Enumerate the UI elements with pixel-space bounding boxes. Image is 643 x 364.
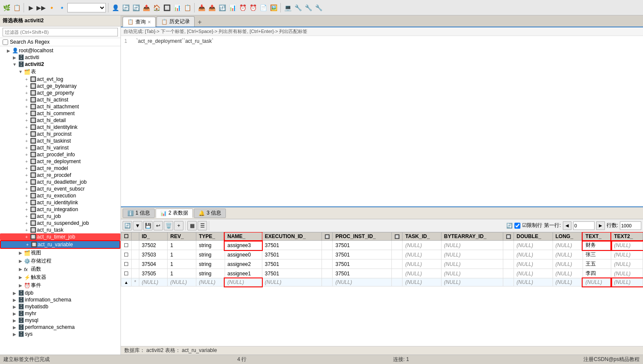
- td-proc-inst[interactable]: 37501: [333, 241, 392, 250]
- th-marker[interactable]: [132, 233, 139, 241]
- tree-item-act_ru_event_subscr[interactable]: + 🔲 act_ru_event_subscr: [0, 185, 120, 192]
- td-text2[interactable]: (NULL): [611, 250, 643, 260]
- expand-icon[interactable]: +: [24, 159, 29, 164]
- rtool-save[interactable]: 💾: [143, 221, 153, 230]
- td-double-new[interactable]: (NULL): [514, 278, 553, 286]
- expand-icon[interactable]: +: [24, 104, 29, 109]
- td-task-id[interactable]: (NULL): [403, 241, 441, 250]
- rtool-discard[interactable]: ↩: [153, 221, 163, 230]
- expand-procs[interactable]: ▶: [18, 259, 23, 263]
- expand-triggers[interactable]: ▶: [18, 275, 23, 280]
- th-task-id[interactable]: TASK_ID_: [403, 233, 441, 241]
- td-double[interactable]: (NULL): [514, 260, 553, 269]
- td-long[interactable]: (NULL): [553, 250, 583, 260]
- th-exec-flag[interactable]: 🔲: [322, 233, 333, 241]
- td-long-new[interactable]: (NULL): [553, 278, 583, 286]
- td-type[interactable]: string: [196, 260, 225, 269]
- td-exec-new[interactable]: (NULL): [262, 278, 322, 286]
- tree-item-act_ru_suspended_job[interactable]: + 🔲 act_ru_suspended_job: [0, 220, 120, 227]
- expand-icon[interactable]: +: [24, 173, 29, 178]
- tree-item-activiti2[interactable]: ▼ 🗄️ activiti2: [0, 61, 120, 68]
- expand-icon[interactable]: +: [24, 194, 29, 198]
- td-task-id[interactable]: (NULL): [403, 250, 441, 260]
- td-task-new[interactable]: (NULL): [403, 278, 441, 286]
- tree-item-info-schema[interactable]: ▶ 🗄️ information_schema: [0, 296, 120, 303]
- tree-item-tables[interactable]: ▼ 🗂️ 表: [0, 68, 120, 76]
- tree-item-act_ru_execution[interactable]: + 🔲 act_ru_execution: [0, 192, 120, 199]
- expand-activiti2[interactable]: ▼: [12, 62, 17, 67]
- td-proc-inst[interactable]: 37501: [333, 269, 392, 278]
- td-long[interactable]: (NULL): [553, 269, 583, 278]
- tool-icon-6[interactable]: 🔹: [57, 3, 66, 12]
- tree-item-act_ru_deadletter_job[interactable]: + 🔲 act_ru_deadletter_job: [0, 179, 120, 185]
- rows-input[interactable]: [620, 221, 641, 230]
- tree-item-act_ru_identitylink[interactable]: + 🔲 act_ru_identitylink: [0, 199, 120, 206]
- rtool-add[interactable]: +: [174, 221, 183, 230]
- td-task-id[interactable]: (NULL): [403, 260, 441, 269]
- expand-tables[interactable]: ▼: [18, 69, 23, 74]
- tool-home[interactable]: 🏠: [152, 3, 161, 12]
- tool-export[interactable]: 📤: [141, 3, 151, 12]
- td-proc-inst[interactable]: 37501: [333, 260, 392, 269]
- th-rev[interactable]: REV_: [168, 233, 196, 241]
- expand-icon[interactable]: ▶: [12, 291, 17, 295]
- rtool-grid1[interactable]: ▦: [187, 221, 197, 230]
- td-text[interactable]: 李四: [583, 269, 611, 278]
- td-exec-id[interactable]: 37501: [262, 250, 322, 260]
- td-name[interactable]: assignee3: [225, 241, 262, 250]
- expand-icon[interactable]: +: [24, 91, 29, 95]
- tab-query-close[interactable]: ✕: [147, 20, 151, 24]
- td-rev[interactable]: 1: [168, 269, 196, 278]
- td-byte-id[interactable]: (NULL): [441, 250, 503, 260]
- tool-sync2[interactable]: 🔃: [217, 3, 227, 12]
- expand-icon[interactable]: +: [24, 187, 29, 191]
- expand-icon[interactable]: ▶: [12, 311, 17, 316]
- tool-grid[interactable]: 🔲: [162, 3, 171, 12]
- filter-input[interactable]: [3, 28, 118, 36]
- td-text[interactable]: 王五: [583, 260, 611, 269]
- td-name[interactable]: assignee2: [225, 260, 262, 269]
- tree-item-act_procdef_info[interactable]: + 🔲 act_procdef_info: [0, 151, 120, 158]
- expand-icon[interactable]: +: [24, 98, 29, 102]
- td-long[interactable]: (NULL): [553, 241, 583, 250]
- rtool-dropdown[interactable]: ▼: [133, 221, 142, 230]
- th-type[interactable]: TYPE_: [196, 233, 225, 241]
- tool-settings1[interactable]: 🔧: [293, 3, 303, 12]
- rtool-grid2[interactable]: ☰: [198, 221, 207, 230]
- tab-add-button[interactable]: +: [195, 18, 204, 27]
- th-byte-flag[interactable]: 🔲: [503, 233, 514, 241]
- td-id-new[interactable]: (NULL): [139, 278, 168, 286]
- tree-item-act_hi_actinst[interactable]: + 🔲 act_hi_actinst: [0, 96, 120, 103]
- expand-icon[interactable]: +: [24, 84, 29, 89]
- td-id[interactable]: 37504: [139, 260, 168, 269]
- expand-root[interactable]: ▶: [6, 48, 11, 53]
- tool-import[interactable]: 📥: [197, 3, 206, 12]
- tool-clock2[interactable]: ⏰: [248, 3, 258, 12]
- td-double[interactable]: (NULL): [514, 250, 553, 260]
- tool-table1[interactable]: 📊: [172, 3, 182, 12]
- tree-item-funcs[interactable]: ▶ fx 函数: [0, 265, 120, 273]
- table-row-new[interactable]: ▲ * (NULL) (NULL) (NULL) (NULL) (NULL) (…: [121, 278, 643, 286]
- td-task-id[interactable]: (NULL): [403, 269, 441, 278]
- th-id[interactable]: ID_: [139, 233, 168, 241]
- th-double[interactable]: DOUBLE_: [514, 233, 553, 241]
- tool-icon-2[interactable]: 📋: [12, 3, 21, 12]
- table-row[interactable]: ☐ 37504 1 string assignee2 37501 37501 (…: [121, 260, 643, 269]
- tool-play-all[interactable]: ▶▶: [36, 3, 46, 12]
- tree-item-perf-schema[interactable]: ▶ 🗄️ performance_schema: [0, 324, 120, 331]
- td-rev[interactable]: 1: [168, 241, 196, 250]
- tree-item-myhr[interactable]: ▶ 🗄️ myhr: [0, 310, 120, 317]
- tree-item-act_hi_detail[interactable]: + 🔲 act_hi_detail: [0, 117, 120, 124]
- expand-icon[interactable]: +: [24, 207, 29, 212]
- tab-query[interactable]: 📋 查询 ✕: [123, 17, 156, 27]
- expand-activiti[interactable]: ▶: [12, 55, 17, 60]
- tree-item-act_ru_job[interactable]: + 🔲 act_ru_job: [0, 213, 120, 220]
- table-row[interactable]: ☐ 37502 1 string assignee3 37501 37501 (…: [121, 241, 643, 250]
- tool-refresh2[interactable]: 🔄: [131, 3, 141, 12]
- result-tab-info2[interactable]: 🔔 3 信息: [194, 209, 226, 218]
- expand-act_evt_log[interactable]: +: [24, 77, 29, 82]
- rtool-delete[interactable]: 🗑️: [164, 221, 173, 230]
- db-selector[interactable]: activiti2: [67, 3, 106, 12]
- expand-icon[interactable]: +: [24, 125, 29, 130]
- nav-next[interactable]: ▶: [596, 221, 605, 230]
